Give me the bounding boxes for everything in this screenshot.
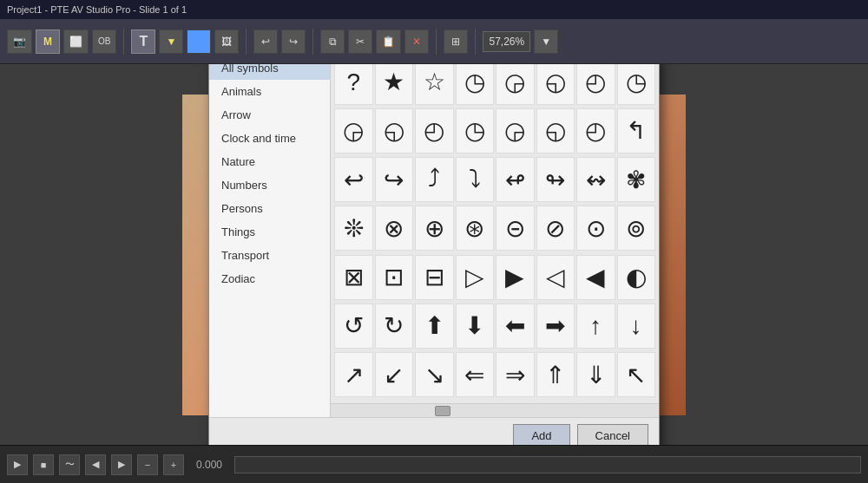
minus-btn[interactable]: −: [137, 454, 158, 475]
zoom-display: 57,26%: [483, 31, 530, 52]
symbol-cell-39[interactable]: ◐: [617, 255, 656, 300]
symbol-cell-10[interactable]: ◴: [415, 108, 454, 153]
symbol-cell-2[interactable]: ☆: [415, 64, 454, 105]
category-item-transport[interactable]: Transport: [209, 244, 330, 267]
fwd-btn[interactable]: ▶: [111, 454, 132, 475]
symbol-cell-25[interactable]: ⊗: [375, 206, 414, 251]
symbol-cell-17[interactable]: ↪: [375, 157, 414, 202]
symbol-cell-50[interactable]: ↘: [415, 352, 454, 397]
symbol-cell-41[interactable]: ↻: [375, 304, 414, 349]
category-item-things[interactable]: Things: [209, 220, 330, 244]
symbol-cell-40[interactable]: ↺: [334, 304, 373, 349]
symbol-cell-53[interactable]: ⇑: [536, 352, 575, 397]
symbol-cell-33[interactable]: ⊡: [375, 255, 414, 300]
paste-btn[interactable]: 📋: [376, 29, 401, 54]
zoom-dropdown-btn[interactable]: ▼: [534, 29, 558, 54]
symbol-cell-27[interactable]: ⊛: [456, 206, 495, 251]
symbol-cell-4[interactable]: ◶: [496, 64, 535, 105]
arrow-tool-btn[interactable]: ▼: [159, 29, 183, 54]
symbol-cell-31[interactable]: ⊚: [617, 206, 656, 251]
symbol-cell-36[interactable]: ▶: [496, 255, 535, 300]
symbol-cell-0[interactable]: ?: [334, 64, 373, 105]
category-item-clock[interactable]: Clock and time: [209, 127, 330, 150]
main-area: ↑ ∞ ♥ 🕊 All symbolsAnimalsArrowClock and…: [0, 64, 868, 445]
symbol-cell-11[interactable]: ◷: [456, 108, 495, 153]
sep3: [312, 29, 313, 55]
add-button[interactable]: Add: [513, 424, 569, 446]
sep5: [475, 29, 476, 55]
copy-btn[interactable]: ⧉: [320, 29, 345, 54]
symbol-cell-15[interactable]: ↰: [617, 108, 656, 153]
stop-btn[interactable]: ■: [33, 454, 54, 475]
play-btn[interactable]: ▶: [7, 454, 28, 475]
symbol-cell-1[interactable]: ★: [375, 64, 414, 105]
dialog-body: All symbolsAnimalsArrowClock and timeNat…: [209, 64, 659, 417]
symbol-cell-5[interactable]: ◵: [536, 64, 575, 105]
category-item-all[interactable]: All symbols: [209, 64, 330, 80]
wave-btn[interactable]: 〜: [59, 454, 80, 475]
symbol-cell-55[interactable]: ↖: [617, 352, 656, 397]
symbols-grid: ?★☆◷◶◵◴◷◶◵◴◷◶◵◴↰↩↪⤴⤵↫↬↭✾❊⊗⊕⊛⊝⊘⊙⊚⊠⊡⊟▷▶◁◀◐…: [331, 64, 659, 403]
canvas-background: ↑ ∞ ♥ 🕊 All symbolsAnimalsArrowClock and…: [0, 64, 868, 445]
symbol-cell-34[interactable]: ⊟: [415, 255, 454, 300]
symbol-cell-29[interactable]: ⊘: [536, 206, 575, 251]
symbol-cell-35[interactable]: ▷: [456, 255, 495, 300]
cam-btn[interactable]: 📷: [7, 29, 32, 54]
symbol-cell-3[interactable]: ◷: [456, 64, 495, 105]
scrollbar-thumb[interactable]: [435, 406, 450, 416]
symbol-cell-8[interactable]: ◶: [334, 108, 373, 153]
symbol-cell-37[interactable]: ◁: [536, 255, 575, 300]
symbol-cell-30[interactable]: ⊙: [576, 206, 615, 251]
symbol-cell-43[interactable]: ⬇: [456, 304, 495, 349]
text-btn[interactable]: T: [131, 29, 155, 54]
horizontal-scrollbar[interactable]: [331, 403, 659, 417]
photo-btn[interactable]: 🖼: [214, 29, 239, 54]
symbol-cell-46[interactable]: ↑: [576, 304, 615, 349]
symbol-cell-38[interactable]: ◀: [576, 255, 615, 300]
delete-btn[interactable]: ✕: [404, 29, 429, 54]
symbol-cell-18[interactable]: ⤴: [415, 157, 454, 202]
symbol-cell-42[interactable]: ⬆: [415, 304, 454, 349]
symbol-cell-9[interactable]: ◵: [375, 108, 414, 153]
category-item-persons[interactable]: Persons: [209, 197, 330, 220]
back-btn[interactable]: ◀: [85, 454, 106, 475]
crop-btn[interactable]: ⬜: [63, 29, 89, 54]
cancel-button[interactable]: Cancel: [577, 424, 648, 446]
symbol-cell-54[interactable]: ⇓: [576, 352, 615, 397]
symbol-cell-24[interactable]: ❊: [334, 206, 373, 251]
redo-btn[interactable]: ↪: [281, 29, 306, 54]
symbol-cell-48[interactable]: ↗: [334, 352, 373, 397]
grid-btn[interactable]: ⊞: [444, 29, 468, 54]
symbol-cell-49[interactable]: ↙: [375, 352, 414, 397]
ob-btn[interactable]: OB: [92, 29, 116, 54]
category-item-nature[interactable]: Nature: [209, 150, 330, 173]
symbol-cell-44[interactable]: ⬅: [496, 304, 535, 349]
symbol-cell-7[interactable]: ◷: [617, 64, 656, 105]
symbol-cell-23[interactable]: ✾: [617, 157, 656, 202]
symbol-cell-21[interactable]: ↬: [536, 157, 575, 202]
symbol-cell-12[interactable]: ◶: [496, 108, 535, 153]
symbol-cell-47[interactable]: ↓: [617, 304, 656, 349]
symbol-cell-20[interactable]: ↫: [496, 157, 535, 202]
symbol-cell-16[interactable]: ↩: [334, 157, 373, 202]
category-item-numbers[interactable]: Numbers: [209, 173, 330, 197]
symbol-cell-22[interactable]: ↭: [576, 157, 615, 202]
symbol-cell-14[interactable]: ◴: [576, 108, 615, 153]
category-item-animals[interactable]: Animals: [209, 80, 330, 103]
category-item-zodiac[interactable]: Zodiac: [209, 267, 330, 290]
symbol-cell-28[interactable]: ⊝: [496, 206, 535, 251]
symbol-cell-45[interactable]: ➡: [536, 304, 575, 349]
plus-btn[interactable]: +: [163, 454, 184, 475]
m-btn[interactable]: M: [36, 29, 60, 54]
symbol-cell-19[interactable]: ⤵: [456, 157, 495, 202]
symbol-cell-6[interactable]: ◴: [576, 64, 615, 105]
symbol-cell-13[interactable]: ◵: [536, 108, 575, 153]
cut-btn[interactable]: ✂: [348, 29, 372, 54]
symbol-cell-26[interactable]: ⊕: [415, 206, 454, 251]
color-btn[interactable]: [187, 29, 211, 54]
category-item-arrow[interactable]: Arrow: [209, 103, 330, 127]
symbol-cell-52[interactable]: ⇒: [496, 352, 535, 397]
undo-btn[interactable]: ↩: [253, 29, 278, 54]
symbol-cell-51[interactable]: ⇐: [456, 352, 495, 397]
symbol-cell-32[interactable]: ⊠: [334, 255, 373, 300]
